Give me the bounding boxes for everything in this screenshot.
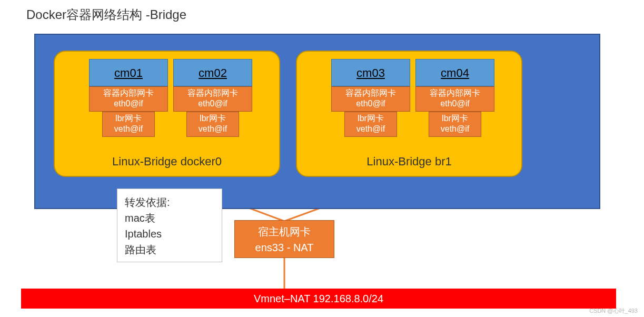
bridge-veth: lbr网卡 veth@if [429, 112, 481, 137]
container-name: cm02 [173, 59, 252, 86]
container-eth: 容器内部网卡 eth0@if [89, 86, 168, 112]
forward-title: 转发依据: [125, 194, 214, 210]
veth-label: lbr网卡 [187, 113, 239, 124]
veth-if: veth@if [429, 124, 481, 134]
watermark: CSDN @心叶_493 [589, 307, 638, 315]
container-name: cm03 [331, 59, 410, 86]
forward-route: 路由表 [125, 242, 214, 257]
bridge-veth: lbr网卡 veth@if [186, 112, 239, 137]
eth-if: eth0@if [174, 98, 252, 109]
veth-label: lbr网卡 [429, 113, 481, 124]
container-cm01: cm01 容器内部网卡 eth0@if lbr网卡 veth@if [89, 59, 168, 137]
eth-label: 容器内部网卡 [174, 88, 252, 98]
forward-rules-box: 转发依据: mac表 Iptables 路由表 [117, 189, 222, 262]
host-machine: cm01 容器内部网卡 eth0@if lbr网卡 veth@if cm02 容… [34, 34, 600, 209]
container-eth: 容器内部网卡 eth0@if [415, 86, 494, 112]
veth-label: lbr网卡 [345, 113, 397, 124]
eth-if: eth0@if [90, 98, 167, 109]
eth-if: eth0@if [416, 98, 494, 109]
eth-label: 容器内部网卡 [90, 88, 167, 98]
veth-if: veth@if [103, 124, 154, 134]
bridge-docker0: cm01 容器内部网卡 eth0@if lbr网卡 veth@if cm02 容… [54, 51, 280, 177]
veth-label: lbr网卡 [103, 113, 154, 124]
eth-if: eth0@if [332, 98, 410, 109]
container-cm04: cm04 容器内部网卡 eth0@if lbr网卡 veth@if [415, 59, 494, 137]
host-nic-label: 宿主机网卡 [235, 224, 334, 240]
forward-mac: mac表 [125, 210, 214, 226]
veth-if: veth@if [187, 124, 239, 134]
bridge-br1: cm03 容器内部网卡 eth0@if lbr网卡 veth@if cm04 容… [296, 51, 522, 177]
container-name: cm01 [89, 59, 168, 86]
container-cm02: cm02 容器内部网卡 eth0@if lbr网卡 veth@if [173, 59, 252, 137]
container-name: cm04 [415, 59, 494, 86]
veth-if: veth@if [345, 124, 397, 134]
eth-label: 容器内部网卡 [332, 88, 410, 98]
vmnet-bar: Vmnet–NAT 192.168.8.0/24 [21, 289, 616, 309]
host-nic: 宿主机网卡 ens33 - NAT [234, 220, 334, 258]
container-eth: 容器内部网卡 eth0@if [173, 86, 252, 112]
bridge-veth: lbr网卡 veth@if [102, 112, 155, 137]
bridge-veth: lbr网卡 veth@if [344, 112, 397, 137]
host-nic-name: ens33 - NAT [235, 240, 334, 255]
forward-iptables: Iptables [125, 226, 214, 242]
container-cm03: cm03 容器内部网卡 eth0@if lbr网卡 veth@if [331, 59, 410, 137]
bridge-label: Linux-Bridge docker0 [55, 155, 279, 169]
bridge-label: Linux-Bridge br1 [297, 155, 521, 169]
container-eth: 容器内部网卡 eth0@if [331, 86, 410, 112]
diagram-title: Docker容器网络结构 -Bridge [26, 6, 186, 23]
eth-label: 容器内部网卡 [416, 88, 494, 98]
